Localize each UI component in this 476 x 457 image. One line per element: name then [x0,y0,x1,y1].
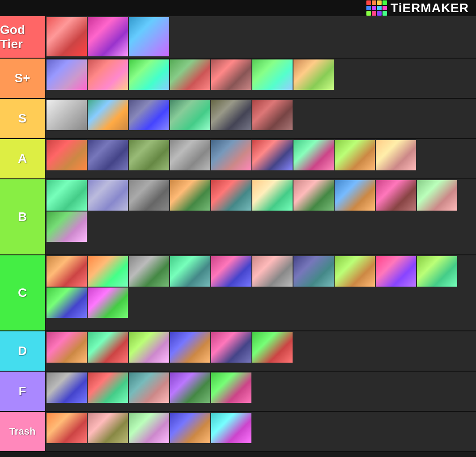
list-item[interactable] [170,140,210,170]
logo-grid-icon [366,0,387,16]
tier-items-a [45,139,476,178]
list-item[interactable] [88,180,128,211]
list-item[interactable] [129,372,169,403]
list-item[interactable] [211,332,251,363]
list-item[interactable] [129,140,169,170]
tier-label-b: B [0,179,45,254]
list-item[interactable] [88,140,128,170]
list-item[interactable] [88,332,128,363]
list-item[interactable] [252,100,293,130]
tier-label-d: D [0,331,45,371]
list-item[interactable] [88,256,128,287]
list-item[interactable] [129,59,169,90]
tier-label-god: God Tier [0,16,45,58]
list-item[interactable] [376,256,416,287]
list-item[interactable] [47,100,87,130]
list-item[interactable] [129,413,169,443]
list-item[interactable] [170,413,210,443]
tier-row-a: A [0,139,476,179]
list-item[interactable] [47,59,87,90]
list-item[interactable] [252,332,293,363]
tier-label-a: A [0,139,45,178]
list-item[interactable] [129,332,169,363]
tier-row-splus: S+ [0,59,476,99]
list-item[interactable] [129,256,169,287]
list-item[interactable] [376,180,416,211]
tier-items-splus [45,59,476,98]
tier-label-f: F [0,372,45,411]
tier-row-f: F [0,372,476,412]
list-item[interactable] [293,59,334,90]
tier-items-f [45,372,476,411]
list-item[interactable] [170,256,210,287]
tier-items-s [45,99,476,138]
tier-row-c: C [0,255,476,331]
tier-items-god [45,16,476,58]
list-item[interactable] [211,100,251,130]
list-item[interactable] [211,140,251,170]
tier-container: God Tier S+ S [0,16,476,452]
list-item[interactable] [88,372,128,403]
list-item[interactable] [211,256,251,287]
list-item[interactable] [47,180,87,211]
list-item[interactable] [47,372,87,403]
list-item[interactable] [211,413,251,443]
list-item[interactable] [47,17,87,56]
logo-title: TiERMAKER [391,1,469,15]
list-item[interactable] [129,100,169,130]
list-item[interactable] [170,372,210,403]
list-item[interactable] [211,59,251,90]
list-item[interactable] [417,180,457,211]
list-item[interactable] [417,256,457,287]
tier-row-trash: Trash [0,412,476,452]
tier-items-b [45,179,476,254]
list-item[interactable] [170,59,210,90]
tier-label-trash: Trash [0,412,45,451]
list-item[interactable] [293,180,334,211]
list-item[interactable] [335,140,375,170]
tier-row-s: S [0,99,476,139]
list-item[interactable] [88,17,128,56]
tier-items-c [45,255,476,330]
list-item[interactable] [335,256,375,287]
list-item[interactable] [170,180,210,211]
list-item[interactable] [211,180,251,211]
list-item[interactable] [47,413,87,443]
list-item[interactable] [293,140,334,170]
tier-row-god: God Tier [0,16,476,59]
list-item[interactable] [88,100,128,130]
list-item[interactable] [170,332,210,363]
list-item[interactable] [252,256,293,287]
list-item[interactable] [335,180,375,211]
header: TiERMAKER [0,0,476,16]
tier-row-b: B [0,179,476,255]
tier-items-trash [45,412,476,451]
list-item[interactable] [47,140,87,170]
tier-items-d [45,331,476,371]
list-item[interactable] [47,256,87,287]
list-item[interactable] [376,140,416,170]
list-item[interactable] [88,288,128,318]
tiermaker-logo: TiERMAKER [366,0,469,16]
list-item[interactable] [47,212,87,242]
list-item[interactable] [252,59,293,90]
tier-label-splus: S+ [0,59,45,98]
list-item[interactable] [129,17,169,56]
list-item[interactable] [252,140,293,170]
list-item[interactable] [211,372,251,403]
tier-row-d: D [0,331,476,372]
list-item[interactable] [129,180,169,211]
list-item[interactable] [293,256,334,287]
list-item[interactable] [252,180,293,211]
tier-label-s: S [0,99,45,138]
list-item[interactable] [88,413,128,443]
list-item[interactable] [47,332,87,363]
list-item[interactable] [47,288,87,318]
list-item[interactable] [88,59,128,90]
list-item[interactable] [170,100,210,130]
tier-label-c: C [0,255,45,330]
